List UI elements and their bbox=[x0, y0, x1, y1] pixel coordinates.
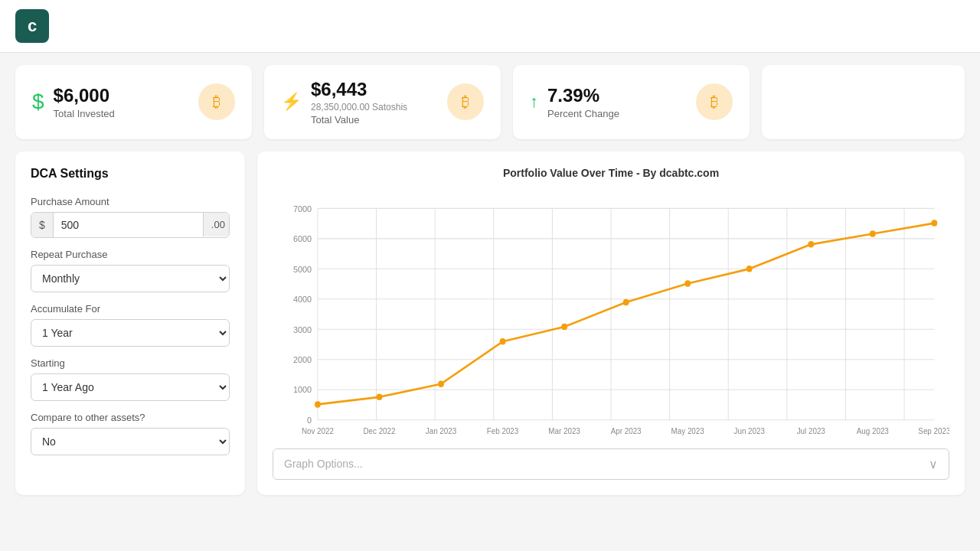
svg-text:May 2023: May 2023 bbox=[671, 426, 704, 435]
total-value-label: Total Value bbox=[311, 114, 407, 126]
svg-text:Dec 2022: Dec 2022 bbox=[363, 426, 395, 435]
data-point-10 bbox=[931, 220, 937, 227]
chart-title: Portfolio Value Over Time - By dcabtc.co… bbox=[273, 167, 949, 179]
svg-text:0: 0 bbox=[307, 415, 312, 424]
dollar-icon: $ bbox=[32, 90, 44, 114]
svg-text:Nov 2022: Nov 2022 bbox=[302, 426, 334, 435]
btc-icon-2: ₿ bbox=[447, 83, 484, 120]
header: c bbox=[0, 0, 980, 53]
data-point-0 bbox=[315, 401, 321, 408]
data-point-3 bbox=[500, 338, 506, 345]
decimal-suffix: .00 bbox=[203, 213, 230, 236]
svg-text:7000: 7000 bbox=[293, 204, 312, 213]
chart-area: 0 1000 2000 3000 4000 5000 6000 7000 Nov… bbox=[273, 191, 949, 436]
svg-text:Sep 2023: Sep 2023 bbox=[918, 426, 949, 435]
data-point-5 bbox=[623, 299, 629, 306]
dca-settings-panel: DCA Settings Purchase Amount $ .00 Repea… bbox=[15, 152, 245, 495]
purchase-amount-input-row: $ .00 bbox=[31, 212, 230, 238]
logo-letter: c bbox=[28, 16, 37, 36]
stat-card-percent-change: ↑ 7.39% Percent Change ₿ bbox=[513, 65, 750, 139]
svg-text:6000: 6000 bbox=[293, 234, 312, 243]
total-invested-value: $6,000 bbox=[54, 85, 115, 107]
svg-text:2000: 2000 bbox=[293, 354, 312, 364]
svg-text:Aug 2023: Aug 2023 bbox=[857, 426, 889, 435]
compare-label: Compare to other assets? bbox=[31, 412, 230, 423]
svg-text:Apr 2023: Apr 2023 bbox=[611, 426, 642, 435]
stat-card-total-invested: $ $6,000 Total Invested ₿ bbox=[15, 65, 252, 139]
arrow-up-icon: ↑ bbox=[530, 92, 538, 112]
total-invested-label: Total Invested bbox=[54, 108, 115, 119]
svg-text:5000: 5000 bbox=[293, 264, 312, 273]
svg-text:Mar 2023: Mar 2023 bbox=[548, 426, 580, 435]
svg-text:1000: 1000 bbox=[293, 385, 312, 394]
chart-svg: 0 1000 2000 3000 4000 5000 6000 7000 Nov… bbox=[273, 191, 949, 436]
purchase-amount-label: Purchase Amount bbox=[31, 196, 230, 207]
dollar-prefix: $ bbox=[31, 213, 54, 237]
repeat-purchase-label: Repeat Purchase bbox=[31, 249, 230, 260]
graph-options-label: Graph Options... bbox=[284, 458, 363, 470]
chart-line bbox=[318, 223, 934, 404]
data-point-4 bbox=[561, 324, 567, 331]
btc-icon-3: ₿ bbox=[696, 83, 733, 120]
accumulate-for-select[interactable]: 1 Year 2 Years 3 Years 5 Years bbox=[31, 319, 230, 347]
btc-icon-1: ₿ bbox=[198, 83, 235, 120]
compare-select[interactable]: No Yes bbox=[31, 428, 230, 455]
stat-card-total-value: ⚡ $6,443 28,350,000.00 Satoshis Total Va… bbox=[264, 65, 501, 139]
svg-text:4000: 4000 bbox=[293, 294, 312, 303]
data-point-8 bbox=[808, 241, 814, 248]
svg-text:3000: 3000 bbox=[293, 324, 312, 334]
chevron-down-icon: ∨ bbox=[929, 457, 938, 471]
accumulate-for-label: Accumulate For bbox=[31, 303, 230, 315]
repeat-purchase-select[interactable]: Monthly Weekly Daily bbox=[31, 265, 230, 292]
graph-options-bar[interactable]: Graph Options... ∨ bbox=[273, 448, 949, 480]
starting-label: Starting bbox=[31, 357, 230, 369]
purchase-amount-input[interactable] bbox=[54, 213, 203, 237]
percent-change-value: 7.39% bbox=[547, 85, 619, 107]
data-point-6 bbox=[684, 280, 691, 287]
svg-text:Jan 2023: Jan 2023 bbox=[426, 426, 457, 435]
data-point-7 bbox=[746, 266, 753, 272]
app-logo: c bbox=[15, 9, 49, 43]
stats-row: $ $6,000 Total Invested ₿ ⚡ $6,443 28,35… bbox=[0, 53, 980, 152]
chart-panel: Portfolio Value Over Time - By dcabtc.co… bbox=[257, 152, 965, 495]
total-value-value: $6,443 bbox=[311, 79, 407, 101]
data-point-9 bbox=[870, 230, 876, 237]
pulse-icon: ⚡ bbox=[281, 92, 302, 112]
total-value-satoshis: 28,350,000.00 Satoshis bbox=[311, 102, 407, 112]
starting-select[interactable]: 1 Year Ago 2 Years Ago 3 Years Ago bbox=[31, 373, 230, 401]
data-point-1 bbox=[377, 393, 383, 400]
stat-card-empty bbox=[762, 65, 965, 139]
data-point-2 bbox=[438, 380, 444, 387]
svg-text:Jun 2023: Jun 2023 bbox=[734, 426, 766, 435]
dca-settings-title: DCA Settings bbox=[31, 167, 230, 181]
svg-text:Feb 2023: Feb 2023 bbox=[487, 426, 519, 435]
percent-change-label: Percent Change bbox=[547, 108, 619, 119]
main-content: DCA Settings Purchase Amount $ .00 Repea… bbox=[0, 152, 980, 510]
svg-text:Jul 2023: Jul 2023 bbox=[797, 426, 825, 435]
